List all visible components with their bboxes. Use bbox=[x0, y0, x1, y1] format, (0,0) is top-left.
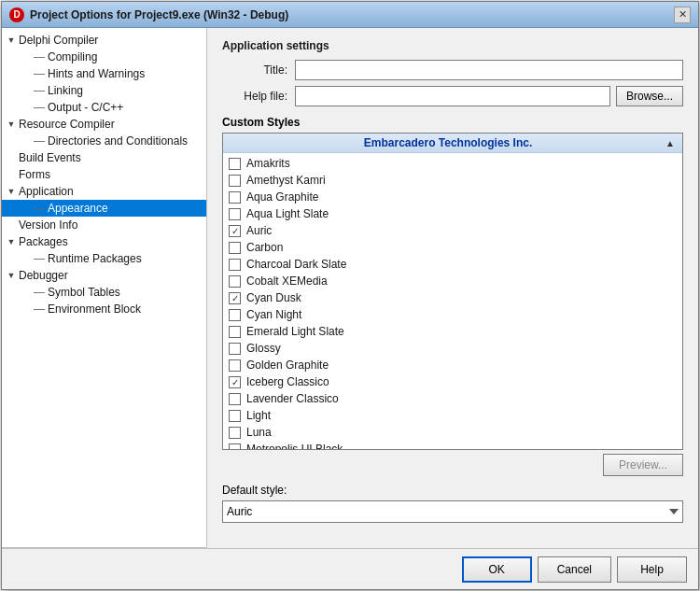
preview-button[interactable]: Preview... bbox=[603, 454, 683, 476]
tree-item-compiling[interactable]: —Compiling bbox=[2, 49, 206, 65]
help-button[interactable]: Help bbox=[617, 556, 687, 583]
bottom-bar: OK Cancel Help bbox=[2, 548, 698, 589]
style-checkbox-2[interactable] bbox=[229, 191, 241, 204]
style-checkbox-15[interactable] bbox=[229, 410, 241, 422]
tree-item-build-events[interactable]: Build Events bbox=[2, 149, 206, 166]
tree-item-resource-compiler[interactable]: ▼Resource Compiler bbox=[2, 116, 206, 133]
tree-label-directories: Directories and Conditionals bbox=[48, 134, 188, 148]
style-checkbox-0[interactable] bbox=[229, 158, 241, 170]
default-style-select[interactable]: AuricAmakritsAmethyst KamriAqua Graphite bbox=[222, 500, 683, 523]
style-item[interactable]: Carbon bbox=[223, 239, 682, 256]
tree-label-runtime-packages: Runtime Packages bbox=[48, 252, 142, 265]
expand-icon-appearance bbox=[21, 203, 32, 214]
tree-label-delphi-compiler: Delphi Compiler bbox=[19, 34, 98, 47]
browse-button[interactable]: Browse... bbox=[616, 86, 683, 106]
expand-icon-environment-block bbox=[21, 303, 32, 315]
style-checkbox-13[interactable]: ✓ bbox=[229, 376, 241, 388]
tree-item-delphi-compiler[interactable]: ▼Delphi Compiler bbox=[2, 32, 206, 49]
tree-item-hints-warnings[interactable]: —Hints and Warnings bbox=[2, 65, 206, 82]
dialog-window: D Project Options for Project9.exe (Win3… bbox=[1, 1, 699, 590]
style-name-11: Glossy bbox=[246, 342, 281, 355]
style-name-12: Golden Graphite bbox=[246, 359, 329, 372]
style-item[interactable]: Amakrits bbox=[223, 155, 682, 172]
style-item[interactable]: Charcoal Dark Slate bbox=[223, 256, 682, 273]
help-file-input[interactable] bbox=[295, 86, 610, 106]
tree-item-runtime-packages[interactable]: —Runtime Packages bbox=[2, 250, 206, 267]
style-checkbox-16[interactable] bbox=[229, 427, 241, 439]
default-style-label: Default style: bbox=[222, 484, 683, 497]
style-checkbox-10[interactable] bbox=[229, 326, 241, 338]
style-item[interactable]: Cobalt XEMedia bbox=[223, 273, 682, 289]
tree-label-output-cc: Output - C/C++ bbox=[48, 101, 123, 114]
style-checkbox-6[interactable] bbox=[229, 259, 241, 271]
default-style-wrapper: AuricAmakritsAmethyst KamriAqua Graphite bbox=[222, 500, 683, 523]
style-item[interactable]: Golden Graphite bbox=[223, 357, 682, 373]
window-title: Project Options for Project9.exe (Win32 … bbox=[30, 8, 288, 21]
style-checkbox-11[interactable] bbox=[229, 343, 241, 355]
tree-item-appearance[interactable]: —Appearance bbox=[2, 200, 206, 217]
style-item[interactable]: Emerald Light Slate bbox=[223, 323, 682, 340]
close-button[interactable]: ✕ bbox=[674, 7, 691, 23]
title-input[interactable] bbox=[295, 60, 683, 80]
style-item[interactable]: ✓ Auric bbox=[223, 222, 682, 239]
tree-item-forms[interactable]: Forms bbox=[2, 166, 206, 183]
expand-icon-packages[interactable]: ▼ bbox=[6, 236, 17, 247]
style-item[interactable]: Cyan Night bbox=[223, 306, 682, 323]
tree-item-linking[interactable]: —Linking bbox=[2, 82, 206, 99]
style-checkbox-8[interactable]: ✓ bbox=[229, 292, 241, 304]
style-checkbox-1[interactable] bbox=[229, 175, 241, 187]
style-checkbox-12[interactable] bbox=[229, 359, 241, 372]
style-checkbox-14[interactable] bbox=[229, 393, 241, 405]
style-item[interactable]: Glossy bbox=[223, 340, 682, 357]
style-checkbox-17[interactable] bbox=[229, 443, 241, 450]
style-name-14: Lavender Classico bbox=[246, 392, 339, 405]
tree-label-packages: Packages bbox=[19, 235, 68, 248]
tree-item-output-cc[interactable]: —Output - C/C++ bbox=[2, 99, 206, 116]
expand-icon-delphi-compiler[interactable]: ▼ bbox=[6, 35, 17, 46]
style-checkbox-9[interactable] bbox=[229, 309, 241, 321]
style-item[interactable]: Aqua Graphite bbox=[223, 189, 682, 205]
style-item[interactable]: Luna bbox=[223, 424, 682, 441]
expand-icon-resource-compiler[interactable]: ▼ bbox=[6, 119, 17, 130]
cancel-button[interactable]: Cancel bbox=[538, 556, 611, 583]
dash-linking: — bbox=[34, 84, 45, 97]
style-checkbox-7[interactable] bbox=[229, 275, 241, 288]
ok-button[interactable]: OK bbox=[462, 556, 532, 583]
tree-item-application[interactable]: ▼Application bbox=[2, 183, 206, 200]
tree-item-directories[interactable]: —Directories and Conditionals bbox=[2, 133, 206, 149]
scroll-up-icon[interactable]: ▲ bbox=[665, 138, 675, 148]
custom-styles-title: Custom Styles bbox=[222, 116, 683, 129]
style-name-8: Cyan Dusk bbox=[246, 291, 301, 304]
style-item[interactable]: Aqua Light Slate bbox=[223, 205, 682, 222]
tree-label-application: Application bbox=[19, 185, 74, 198]
expand-icon-application[interactable]: ▼ bbox=[6, 186, 17, 197]
style-item[interactable]: Amethyst Kamri bbox=[223, 172, 682, 189]
tree-item-version-info[interactable]: Version Info bbox=[2, 217, 206, 233]
tree-item-debugger[interactable]: ▼Debugger bbox=[2, 267, 206, 284]
dash-appearance: — bbox=[34, 202, 45, 215]
tree-item-packages[interactable]: ▼Packages bbox=[2, 233, 206, 250]
tree-label-appearance: Appearance bbox=[48, 202, 108, 215]
style-item[interactable]: Light bbox=[223, 407, 682, 424]
dash-environment-block: — bbox=[34, 303, 45, 316]
styles-list[interactable]: Amakrits Amethyst Kamri Aqua Graphite Aq… bbox=[223, 153, 682, 449]
help-file-row: Help file: Browse... bbox=[222, 86, 683, 106]
style-name-9: Cyan Night bbox=[246, 308, 301, 321]
style-checkbox-3[interactable] bbox=[229, 208, 241, 220]
dash-hints-warnings: — bbox=[34, 67, 45, 80]
style-item[interactable]: ✓ Iceberg Classico bbox=[223, 373, 682, 390]
style-name-13: Iceberg Classico bbox=[246, 375, 329, 388]
expand-icon-debugger[interactable]: ▼ bbox=[6, 270, 17, 281]
style-name-5: Carbon bbox=[246, 241, 283, 254]
style-checkbox-5[interactable] bbox=[229, 242, 241, 254]
style-item[interactable]: Lavender Classico bbox=[223, 390, 682, 407]
tree-panel: ▼Delphi Compiler—Compiling—Hints and War… bbox=[2, 28, 207, 548]
dialog-body: ▼Delphi Compiler—Compiling—Hints and War… bbox=[2, 28, 698, 548]
tree-item-environment-block[interactable]: —Environment Block bbox=[2, 301, 206, 317]
style-name-7: Cobalt XEMedia bbox=[246, 274, 328, 288]
style-item[interactable]: ✓ Cyan Dusk bbox=[223, 289, 682, 306]
style-item[interactable]: Metropolis UI Black bbox=[223, 441, 682, 449]
style-checkbox-4[interactable]: ✓ bbox=[229, 225, 241, 237]
tree-item-symbol-tables[interactable]: —Symbol Tables bbox=[2, 284, 206, 301]
tree-label-environment-block: Environment Block bbox=[48, 303, 141, 316]
